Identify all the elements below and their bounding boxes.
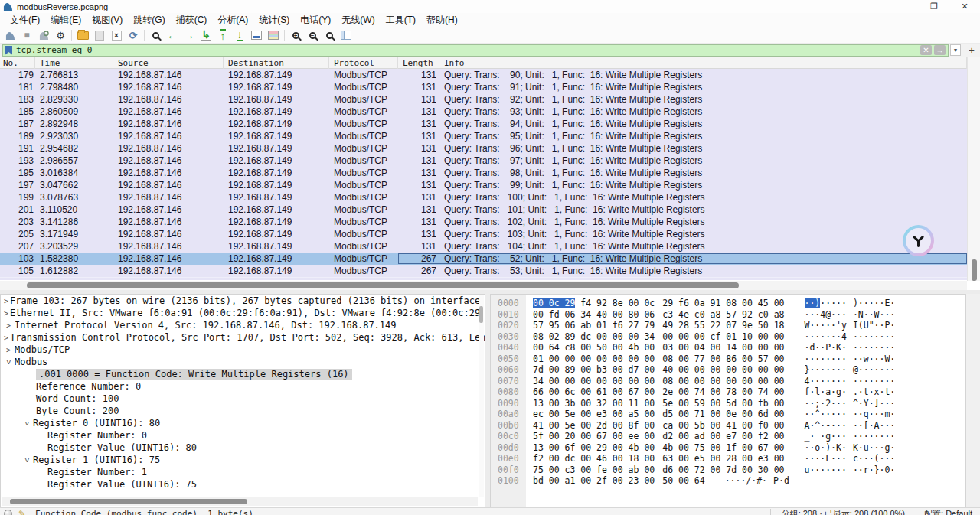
zoom-in-icon[interactable]: + [287,28,304,43]
expand-arrow-icon[interactable]: > [4,321,13,330]
table-row[interactable]: 1812.798480192.168.87.146192.168.87.149M… [0,81,967,93]
detail-tree-row[interactable]: Word Count: 100 [1,393,485,405]
hex-row[interactable]: 001000 fd 06 34 40 00 80 06c3 4e c0 a8 5… [491,309,965,321]
detail-tree-row[interactable]: >Internet Protocol Version 4, Src: 192.1… [1,319,485,331]
column-header[interactable]: Source [118,57,224,69]
menu-item[interactable]: 捕获(C) [171,13,213,28]
detail-tree-row[interactable]: >Transmission Control Protocol, Src Port… [1,331,485,344]
hex-row[interactable]: 00e0f2 00 dc 00 46 00 18 0063 00 e5 00 2… [491,453,965,464]
stop-capture-icon[interactable]: ■ [18,28,35,43]
menu-item[interactable]: 视图(V) [87,13,128,28]
hex-row[interactable]: 00b041 00 5e 00 2d 00 8f 00ca 00 5b 00 4… [491,420,965,432]
auto-scroll-icon[interactable] [248,28,265,43]
table-row[interactable]: 2033.141286192.168.87.146192.168.87.149M… [0,216,967,228]
table-row[interactable]: 1953.016384192.168.87.146192.168.87.149M… [0,167,967,179]
expand-arrow-icon[interactable]: > [4,346,13,354]
detail-tree-row[interactable]: >Modbus [1,356,485,368]
filter-dropdown-icon[interactable]: ▾ [950,44,961,56]
menu-item[interactable]: 统计(S) [253,13,295,28]
collapse-arrow-icon[interactable]: > [23,455,31,464]
scrollbar-thumb[interactable] [479,306,483,323]
hex-row[interactable]: 00a0ec 00 5e 00 e3 00 a5 00d5 00 71 00 0… [491,409,965,420]
table-row[interactable]: 1051.612882192.168.87.146192.168.87.149M… [0,265,967,277]
hex-row[interactable]: 000000 0c 29 f4 92 8e 00 0c29 f6 0a 91 0… [491,298,965,309]
zoom-out-icon[interactable]: − [304,28,321,43]
column-header[interactable]: Length [403,57,436,69]
table-row[interactable]: 1932.986557192.168.87.146192.168.87.149M… [0,155,967,167]
table-row[interactable]: 2053.171949192.168.87.146192.168.87.149M… [0,228,967,240]
table-row[interactable]: 1993.078763192.168.87.146192.168.87.149M… [0,191,967,204]
table-row[interactable]: 1892.923030192.168.87.146192.168.87.149M… [0,130,967,142]
detail-tree-row[interactable]: Register Number: 0 [1,429,485,442]
display-filter-input[interactable]: tcp.stream eq 0 ✕ → [2,44,949,57]
menu-item[interactable]: 帮助(H) [421,13,463,28]
menu-item[interactable]: 跳转(G) [128,13,170,28]
hex-row[interactable]: 002057 95 06 ab 01 f6 27 7949 28 55 22 0… [491,320,965,331]
filter-apply-icon[interactable]: → [934,45,946,55]
hex-row[interactable]: 003008 02 89 dc 00 00 00 3400 00 00 cf 0… [491,331,965,343]
table-row[interactable]: 1832.829330192.168.87.146192.168.87.149M… [0,93,967,106]
open-file-icon[interactable] [74,28,91,43]
table-row[interactable]: 1031.582380192.168.87.146192.168.87.149M… [0,253,967,265]
packet-list-horizontal-scrollbar[interactable] [0,281,967,290]
go-to-top-icon[interactable]: ↑ [214,28,231,43]
menu-item[interactable]: 工具(T) [381,13,421,28]
details-horizontal-scrollbar[interactable] [2,497,478,506]
start-capture-icon[interactable] [2,28,18,43]
restart-capture-icon[interactable] [35,28,52,43]
table-row[interactable]: 2013.110520192.168.87.146192.168.87.149M… [0,204,967,216]
table-row[interactable]: 1912.954682192.168.87.146192.168.87.149M… [0,142,967,155]
menu-item[interactable]: 电话(Y) [295,13,336,28]
detail-tree-row[interactable]: Register Number: 1 [1,466,485,478]
column-header[interactable]: Protocol [334,57,398,69]
table-row[interactable]: 2073.203529192.168.87.146192.168.87.149M… [0,240,967,253]
collapse-arrow-icon[interactable]: > [5,357,13,367]
hex-row[interactable]: 009013 00 3b 00 32 00 11 005e 00 59 00 5… [491,398,965,409]
table-row[interactable]: 1792.766813192.168.87.146192.168.87.149M… [0,69,967,81]
minimize-button[interactable]: – [888,0,919,13]
filter-clear-icon[interactable]: ✕ [920,45,932,55]
table-row[interactable]: 1973.047662192.168.87.146192.168.87.149M… [0,179,967,191]
column-header[interactable]: Time [40,57,113,69]
expand-arrow-icon[interactable]: > [4,334,8,342]
reload-file-icon[interactable]: ⟳ [125,28,142,43]
column-header[interactable]: Destination [228,57,329,69]
capture-options-icon[interactable]: ⚙ [52,28,69,43]
column-header[interactable]: Info [444,57,967,69]
table-row[interactable]: 1872.892948192.168.87.146192.168.87.149M… [0,118,967,130]
go-back-icon[interactable]: ← [164,28,181,43]
close-button[interactable]: ✕ [949,0,980,13]
go-to-bottom-icon[interactable]: ↓ [231,28,248,43]
find-packet-icon[interactable] [147,28,164,43]
detail-tree-row[interactable]: >Register 0 (UINT16): 80 [1,417,485,429]
menu-item[interactable]: 编辑(E) [45,13,87,28]
go-forward-icon[interactable]: → [181,28,198,43]
expand-arrow-icon[interactable]: > [4,297,8,305]
colorize-icon[interactable] [265,28,282,43]
detail-tree-row[interactable]: >Frame 103: 267 bytes on wire (2136 bits… [1,295,485,307]
hex-row[interactable]: 0100bd 00 a1 00 2f 00 23 0050 00 64····/… [491,475,965,487]
menu-item[interactable]: 文件(F) [5,13,45,28]
capture-comment-icon[interactable]: ✎ [18,509,26,515]
filter-add-button[interactable]: + [965,44,978,56]
expert-info-icon[interactable] [4,510,12,515]
scrollbar-thumb[interactable] [27,282,739,288]
scrollbar-thumb[interactable] [10,499,247,504]
detail-tree-row[interactable]: >Modbus/TCP [1,344,485,356]
save-file-icon[interactable] [91,28,108,43]
detail-tree-row[interactable]: Reference Number: 0 [1,380,485,393]
detail-tree-row[interactable]: Register Value (UINT16): 80 [1,442,485,454]
hex-row[interactable]: 007034 00 00 00 00 00 00 0008 00 00 00 0… [491,376,965,387]
detail-tree-row[interactable]: Byte Count: 200 [1,405,485,417]
scrollbar-thumb[interactable] [972,259,977,281]
hex-row[interactable]: 008066 00 6c 00 61 00 67 002e 00 74 00 7… [491,386,965,398]
detail-tree-row[interactable]: Register Value (UINT16): 75 [1,478,485,491]
detail-tree-row[interactable]: >Ethernet II, Src: VMware_f6:0a:91 (00:0… [1,307,485,319]
status-profile[interactable]: 配置: Default [916,509,980,515]
collapse-arrow-icon[interactable]: > [23,419,31,428]
detail-tree-row[interactable]: .001 0000 = Function Code: Write Multipl… [1,368,485,380]
table-row[interactable]: 1852.860509192.168.87.146192.168.87.149M… [0,106,967,118]
hex-row[interactable]: 00f075 00 c3 00 fe 00 ab 00d6 00 72 00 7… [491,464,965,476]
detail-tree-row[interactable]: >Register 1 (UINT16): 75 [1,454,485,466]
hex-row[interactable]: 005001 00 00 00 00 00 00 0008 00 77 00 8… [491,354,965,365]
